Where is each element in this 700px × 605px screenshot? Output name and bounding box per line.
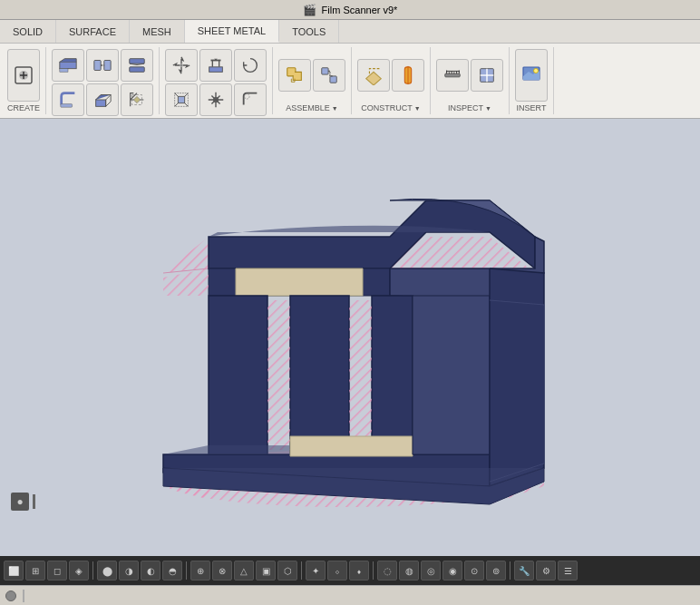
bottom-btn-8[interactable]: ◓ (162, 561, 182, 581)
tab-row: SOLID SURFACE MESH SHEET METAL TOOLS (0, 20, 700, 44)
separator-3 (301, 561, 302, 580)
tab-solid[interactable]: SOLID (0, 20, 56, 43)
bottom-btn-3[interactable]: ◻ (47, 561, 67, 581)
inspect-label: INSPECT (448, 103, 483, 112)
extrude-button[interactable] (86, 83, 119, 116)
freeform-button[interactable] (121, 83, 153, 116)
fold-button[interactable] (121, 49, 153, 82)
scale-button[interactable] (165, 83, 198, 116)
toolgroup-inspect: INSPECT ▼ (431, 47, 510, 114)
bottom-btn-10[interactable]: ⊗ (212, 561, 232, 581)
assemble-dropdown-arrow: ▼ (332, 105, 338, 112)
bottom-btn-19[interactable]: ◎ (421, 561, 441, 581)
construct-label: CONSTRUCT (361, 103, 413, 112)
window-title: Film Scanner v9* (322, 5, 398, 15)
status-bar (0, 585, 700, 605)
separator-1 (92, 561, 93, 580)
bottom-btn-20[interactable]: ◉ (442, 561, 462, 581)
svg-rect-9 (96, 100, 106, 106)
svg-rect-20 (445, 73, 461, 77)
bottom-btn-4[interactable]: ◈ (69, 561, 89, 581)
flange-button[interactable] (52, 49, 84, 82)
svg-point-15 (245, 94, 250, 100)
3d-model (109, 128, 580, 527)
bottom-toolbar: ⬜ ⊞ ◻ ◈ ⬤ ◑ ◐ ◓ ⊕ ⊗ △ ▣ ⬡ ✦ ⬦ ⬧ ◌ ◍ ◎ ◉ … (0, 556, 700, 585)
svg-point-23 (534, 69, 539, 73)
tab-tools[interactable]: TOOLS (279, 20, 339, 43)
svg-point-10 (180, 63, 183, 67)
svg-rect-7 (130, 67, 145, 73)
unfold-button[interactable] (86, 49, 119, 82)
separator-4 (373, 561, 374, 580)
toolgroup-assemble: ASSEMBLE ▼ (273, 47, 352, 114)
bottom-btn-2[interactable]: ⊞ (25, 561, 45, 581)
press-pull-button[interactable] (199, 49, 232, 82)
create-button[interactable] (7, 49, 40, 102)
bottom-btn-21[interactable]: ⊙ (464, 561, 484, 581)
title-bar: 🎬 Film Scanner v9* (0, 0, 700, 20)
assemble-joint[interactable] (313, 59, 345, 92)
divider (33, 494, 35, 509)
create-label: CREATE (7, 103, 40, 112)
bottom-btn-25[interactable]: ☰ (558, 561, 578, 581)
status-divider (23, 590, 24, 602)
bottom-btn-11[interactable]: △ (234, 561, 254, 581)
assemble-new-component[interactable] (278, 59, 311, 92)
construct-axis[interactable] (392, 59, 424, 92)
separator-2 (186, 561, 187, 580)
bottom-btn-24[interactable]: ⚙ (536, 561, 556, 581)
svg-rect-18 (330, 76, 336, 83)
toolgroup-insert: INSERT (510, 47, 554, 114)
bottom-btn-13[interactable]: ⬡ (277, 561, 297, 581)
svg-rect-2 (60, 62, 76, 68)
bottom-btn-22[interactable]: ⊚ (486, 561, 506, 581)
zoom-dot[interactable]: ● (11, 493, 29, 511)
bottom-btn-16[interactable]: ⬧ (349, 561, 369, 581)
bottom-btn-17[interactable]: ◌ (377, 561, 397, 581)
fillet-button[interactable] (234, 83, 267, 116)
tab-surface[interactable]: SURFACE (56, 20, 130, 43)
separator-5 (510, 561, 510, 580)
bottom-btn-7[interactable]: ◐ (141, 561, 160, 581)
svg-rect-17 (322, 68, 328, 74)
tool-row: CREATE (0, 44, 700, 118)
svg-rect-3 (60, 69, 68, 73)
inspect-dropdown-arrow: ▼ (485, 105, 491, 112)
svg-rect-11 (209, 67, 223, 73)
toolgroup-modify: MODIFY ▼ (160, 47, 273, 114)
toolgroup-create: CREATE (2, 47, 46, 114)
insert-label: INSERT (517, 103, 547, 112)
bottom-btn-6[interactable]: ◑ (119, 561, 139, 581)
construct-dropdown-arrow: ▼ (414, 105, 421, 112)
construct-plane[interactable] (357, 59, 390, 92)
move-cross-button[interactable] (199, 83, 232, 116)
title-icon: 🎬 (303, 4, 316, 16)
toolgroup-sheetmetal: SHEET METAL (46, 47, 160, 114)
svg-rect-4 (94, 61, 101, 71)
canvas-area: ● (0, 119, 700, 563)
bottom-btn-18[interactable]: ◍ (399, 561, 419, 581)
bottom-btn-9[interactable]: ⊕ (190, 561, 210, 581)
bottom-btn-23[interactable]: 🔧 (514, 561, 534, 581)
bottom-btn-12[interactable]: ▣ (256, 561, 276, 581)
svg-rect-8 (61, 104, 73, 108)
svg-rect-5 (104, 61, 111, 71)
inspect-measure[interactable] (436, 59, 469, 92)
status-indicator (5, 590, 16, 601)
toolbar: SOLID SURFACE MESH SHEET METAL TOOLS (0, 20, 700, 119)
bottom-btn-1[interactable]: ⬜ (4, 561, 24, 581)
toolgroup-construct: CONSTRUCT ▼ (352, 47, 431, 114)
bend-button[interactable] (52, 83, 84, 116)
svg-rect-6 (130, 59, 145, 64)
rotate-button[interactable] (234, 49, 267, 82)
move-button[interactable] (165, 49, 198, 82)
insert-button[interactable] (515, 49, 548, 102)
zoom-controls: ● (11, 493, 35, 511)
bottom-btn-5[interactable]: ⬤ (97, 561, 117, 581)
tab-mesh[interactable]: MESH (130, 20, 185, 43)
bottom-btn-15[interactable]: ⬦ (327, 561, 347, 581)
svg-rect-12 (178, 96, 184, 102)
bottom-btn-14[interactable]: ✦ (306, 561, 326, 581)
inspect-section[interactable] (471, 59, 503, 92)
tab-sheetmetal[interactable]: SHEET METAL (185, 20, 279, 43)
